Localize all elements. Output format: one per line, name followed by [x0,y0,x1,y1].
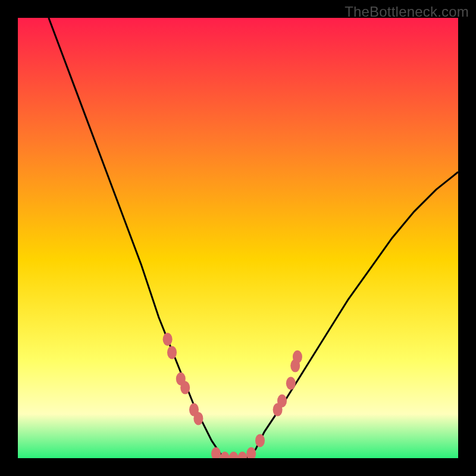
plot-area [18,18,458,458]
chart-svg [18,18,458,458]
data-marker [180,381,190,394]
data-marker [293,350,302,364]
data-marker [277,394,287,408]
data-marker [193,412,203,425]
chart-frame: TheBottleneck.com [0,0,476,476]
data-marker [286,377,296,390]
data-marker [167,346,177,359]
data-marker [255,434,265,447]
data-marker [163,333,173,346]
